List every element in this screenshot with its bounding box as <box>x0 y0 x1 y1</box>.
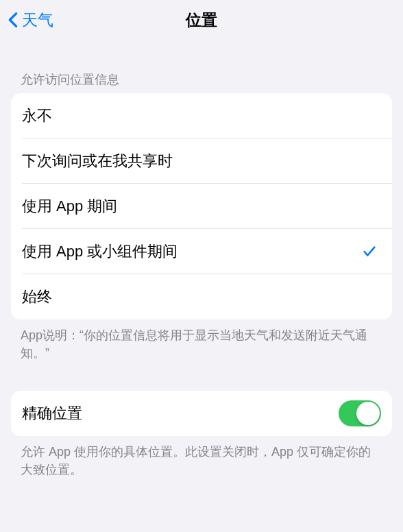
option-always[interactable]: 始终 <box>11 274 392 319</box>
option-label: 使用 App 期间 <box>22 196 117 217</box>
precise-location-row: 精确位置 <box>11 391 392 436</box>
option-label: 永不 <box>22 106 52 126</box>
precise-location-toggle[interactable] <box>339 400 381 426</box>
checkmark-icon <box>362 244 377 259</box>
precise-location-group: 精确位置 <box>11 391 392 436</box>
section-header-location-access: 允许访问位置信息 <box>0 40 403 93</box>
option-ask-next-time[interactable]: 下次询问或在我共享时 <box>11 138 392 184</box>
option-never[interactable]: 永不 <box>11 93 392 138</box>
page-title: 位置 <box>186 10 217 31</box>
back-button-label: 天气 <box>22 10 53 31</box>
option-label: 下次询问或在我共享时 <box>22 151 173 171</box>
section-footer-app-explanation: App说明：“你的位置信息将用于显示当地天气和发送附近天气通知。” <box>0 319 403 362</box>
navigation-bar: 天气 位置 <box>0 0 403 40</box>
precise-location-label: 精确位置 <box>22 403 82 424</box>
option-while-using-app[interactable]: 使用 App 期间 <box>11 184 392 229</box>
location-access-options: 永不 下次询问或在我共享时 使用 App 期间 使用 App 或小组件期间 始终 <box>11 93 392 319</box>
section-footer-precise-location: 允许 App 使用你的具体位置。此设置关闭时，App 仅可确定你的大致位置。 <box>0 436 403 479</box>
switch-knob <box>356 402 380 425</box>
chevron-left-icon <box>7 11 19 29</box>
back-button[interactable]: 天气 <box>7 10 53 31</box>
option-while-using-app-or-widgets[interactable]: 使用 App 或小组件期间 <box>11 229 392 274</box>
option-label: 始终 <box>22 287 52 307</box>
option-label: 使用 App 或小组件期间 <box>22 241 178 262</box>
